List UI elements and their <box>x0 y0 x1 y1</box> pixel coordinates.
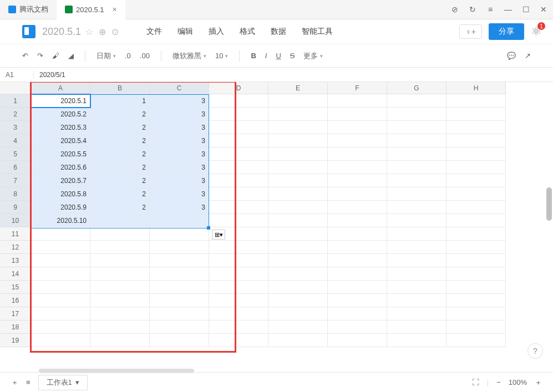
cell-H1[interactable] <box>447 94 506 108</box>
cell-B3[interactable]: 2 <box>90 121 150 134</box>
cell-E1[interactable] <box>268 94 328 108</box>
cell-H14[interactable] <box>447 267 506 281</box>
cell-reference[interactable]: A1 <box>0 71 33 79</box>
cell-D13[interactable] <box>209 254 268 267</box>
row-header-11[interactable]: 11 <box>0 227 31 241</box>
cell-E9[interactable] <box>268 201 328 214</box>
cell-B1[interactable]: 1 <box>90 94 150 108</box>
row-header-12[interactable]: 12 <box>0 241 31 254</box>
cell-B7[interactable]: 2 <box>90 174 150 187</box>
v-scrollbar[interactable] <box>546 187 552 221</box>
cell-C4[interactable]: 3 <box>150 134 209 147</box>
expand-icon[interactable]: ↗ <box>525 49 531 63</box>
row-header-13[interactable]: 13 <box>0 254 31 267</box>
cell-F9[interactable] <box>328 201 387 214</box>
notification-icon[interactable]: ⚛ <box>531 24 542 39</box>
cell-G12[interactable] <box>387 241 447 254</box>
cell-C17[interactable] <box>150 307 209 320</box>
cell-B10[interactable] <box>90 214 150 227</box>
cell-D17[interactable] <box>209 307 268 320</box>
cell-F2[interactable] <box>328 108 387 121</box>
cell-E14[interactable] <box>268 267 328 281</box>
row-header-4[interactable]: 4 <box>0 134 31 147</box>
cell-E12[interactable] <box>268 241 328 254</box>
cell-D8[interactable] <box>209 187 268 201</box>
cell-D14[interactable] <box>209 267 268 281</box>
cell-B18[interactable] <box>90 320 150 334</box>
cell-H18[interactable] <box>447 320 506 334</box>
strike-button[interactable]: S <box>290 49 295 63</box>
cell-A6[interactable]: 2020.5.6 <box>31 161 90 174</box>
cell-H8[interactable] <box>447 187 506 201</box>
select-all[interactable] <box>0 82 31 94</box>
cell-E13[interactable] <box>268 254 328 267</box>
cell-A9[interactable]: 2020.5.9 <box>31 201 90 214</box>
maximize-icon[interactable]: ☐ <box>521 4 531 14</box>
cell-B15[interactable] <box>90 281 150 294</box>
cell-E16[interactable] <box>268 294 328 307</box>
cell-B17[interactable] <box>90 307 150 320</box>
cell-A17[interactable] <box>31 307 90 320</box>
size-select[interactable]: 10 <box>215 49 228 63</box>
cell-H5[interactable] <box>447 147 506 161</box>
cell-A4[interactable]: 2020.5.4 <box>31 134 90 147</box>
cell-F7[interactable] <box>328 174 387 187</box>
cell-F3[interactable] <box>328 121 387 134</box>
cell-D2[interactable] <box>209 108 268 121</box>
menu-data[interactable]: 数据 <box>271 27 286 37</box>
col-header-E[interactable]: E <box>268 82 328 94</box>
row-header-9[interactable]: 9 <box>0 201 31 214</box>
cell-H3[interactable] <box>447 121 506 134</box>
stop-icon[interactable]: ⊘ <box>450 4 460 14</box>
cell-C19[interactable] <box>150 334 209 347</box>
cell-C10[interactable] <box>150 214 209 227</box>
cell-F16[interactable] <box>328 294 387 307</box>
cell-B16[interactable] <box>90 294 150 307</box>
cell-F12[interactable] <box>328 241 387 254</box>
cell-G17[interactable] <box>387 307 447 320</box>
sheet-tab[interactable]: 工作表1 ▾ <box>38 375 88 390</box>
cell-F8[interactable] <box>328 187 387 201</box>
share-button[interactable]: 分享 <box>489 23 524 40</box>
cell-G9[interactable] <box>387 201 447 214</box>
cell-E4[interactable] <box>268 134 328 147</box>
cell-F15[interactable] <box>328 281 387 294</box>
cell-A14[interactable] <box>31 267 90 281</box>
cell-C3[interactable]: 3 <box>150 121 209 134</box>
cell-E10[interactable] <box>268 214 328 227</box>
row-header-18[interactable]: 18 <box>0 320 31 334</box>
cell-C9[interactable]: 3 <box>150 201 209 214</box>
row-header-1[interactable]: 1 <box>0 94 31 108</box>
row-header-7[interactable]: 7 <box>0 174 31 187</box>
cell-F1[interactable] <box>328 94 387 108</box>
tab-active[interactable]: 2020.5.1 × <box>57 0 125 19</box>
cell-A13[interactable] <box>31 254 90 267</box>
cell-G7[interactable] <box>387 174 447 187</box>
cell-F4[interactable] <box>328 134 387 147</box>
cell-G16[interactable] <box>387 294 447 307</box>
cell-D10[interactable] <box>209 214 268 227</box>
dec-increase[interactable]: .00 <box>140 49 150 63</box>
minimize-icon[interactable]: — <box>503 4 513 14</box>
cell-C18[interactable] <box>150 320 209 334</box>
formula-input[interactable]: 2020/5/1 <box>33 71 553 79</box>
cell-E11[interactable] <box>268 227 328 241</box>
cell-H7[interactable] <box>447 174 506 187</box>
row-header-6[interactable]: 6 <box>0 161 31 174</box>
cell-G4[interactable] <box>387 134 447 147</box>
sheet-list-icon[interactable]: ≡ <box>26 378 31 386</box>
cell-H13[interactable] <box>447 254 506 267</box>
cell-C12[interactable] <box>150 241 209 254</box>
more-button[interactable]: 更多 <box>303 49 323 63</box>
row-header-10[interactable]: 10 <box>0 214 31 227</box>
row-header-14[interactable]: 14 <box>0 267 31 281</box>
cell-F13[interactable] <box>328 254 387 267</box>
cell-A11[interactable] <box>31 227 90 241</box>
cell-F6[interactable] <box>328 161 387 174</box>
cell-A19[interactable] <box>31 334 90 347</box>
close-icon[interactable]: × <box>113 5 117 14</box>
cell-D18[interactable] <box>209 320 268 334</box>
cell-G6[interactable] <box>387 161 447 174</box>
cell-B6[interactable]: 2 <box>90 161 150 174</box>
italic-button[interactable]: I <box>265 49 267 63</box>
